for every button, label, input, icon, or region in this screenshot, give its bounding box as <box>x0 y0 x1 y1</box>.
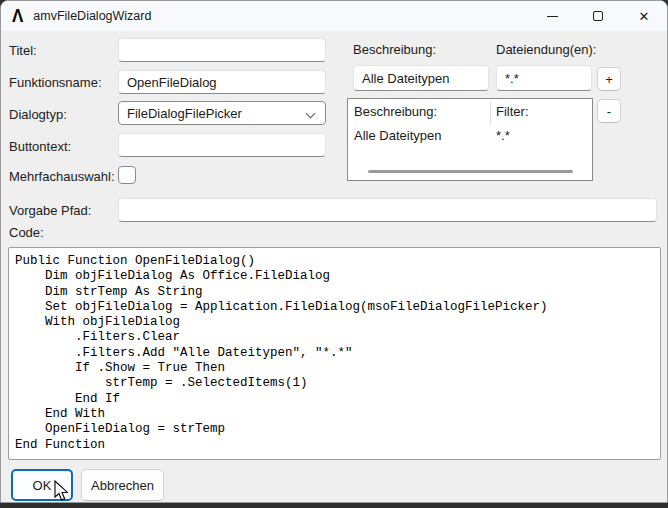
titel-input[interactable] <box>118 38 326 62</box>
column-separator <box>490 102 491 125</box>
mouse-cursor-icon <box>53 480 70 503</box>
mehrfachauswahl-label: Mehrfachauswahl: <box>9 169 115 184</box>
window-title: amvFileDialogWizard <box>33 9 151 23</box>
beschreibung-input[interactable]: Alle Dateitypen <box>353 65 489 91</box>
code-content: Public Function OpenFileDialog() Dim obj… <box>9 248 660 453</box>
funktionsname-label: Funktionsname: <box>9 75 102 90</box>
titlebar[interactable]: Λ amvFileDialogWizard ✕ <box>1 1 667 31</box>
beschreibung-label: Beschreibung: <box>353 42 436 57</box>
remove-filter-button[interactable]: - <box>597 99 621 123</box>
maximize-icon <box>593 11 603 21</box>
vorgabe-pfad-label: Vorgabe Pfad: <box>9 203 91 218</box>
close-button[interactable]: ✕ <box>621 1 667 31</box>
filter-row-filter: *.* <box>496 128 510 143</box>
maximize-button[interactable] <box>575 1 621 31</box>
dateiendung-input[interactable]: *.* <box>496 65 592 91</box>
filter-list[interactable]: Beschreibung: Filter: Alle Dateitypen *.… <box>347 98 593 181</box>
close-icon: ✕ <box>639 10 650 23</box>
funktionsname-input[interactable]: OpenFileDialog <box>118 70 326 94</box>
filter-row-beschreibung: Alle Dateitypen <box>354 128 441 143</box>
chevron-down-icon <box>306 109 316 119</box>
add-filter-button[interactable]: + <box>597 67 621 91</box>
horizontal-scrollbar[interactable] <box>368 170 573 173</box>
titel-label: Titel: <box>9 43 37 58</box>
dialogtyp-selected-value: FileDialogFilePicker <box>127 106 242 121</box>
code-textarea[interactable]: Public Function OpenFileDialog() Dim obj… <box>8 247 661 460</box>
dialogtyp-select[interactable]: FileDialogFilePicker <box>118 101 326 125</box>
cancel-button[interactable]: Abbrechen <box>81 469 164 501</box>
minus-icon: - <box>607 104 611 119</box>
dateiendung-label: Dateiendung(en): <box>496 42 596 57</box>
vorgabe-pfad-input[interactable] <box>118 198 657 222</box>
filter-list-header-filter: Filter: <box>496 104 529 119</box>
dialog-window: Λ amvFileDialogWizard ✕ Titel: Funktions… <box>0 0 668 503</box>
filter-list-header-beschreibung: Beschreibung: <box>354 104 437 119</box>
minimize-icon <box>547 16 558 17</box>
code-label: Code: <box>9 225 44 240</box>
dialogtyp-label: Dialogtyp: <box>9 107 67 122</box>
buttontext-input[interactable] <box>118 133 326 157</box>
plus-icon: + <box>605 72 613 87</box>
app-logo-icon: Λ <box>12 7 23 25</box>
minimize-button[interactable] <box>529 1 575 31</box>
mehrfachauswahl-checkbox[interactable] <box>118 166 136 184</box>
buttontext-label: Buttontext: <box>9 139 71 154</box>
